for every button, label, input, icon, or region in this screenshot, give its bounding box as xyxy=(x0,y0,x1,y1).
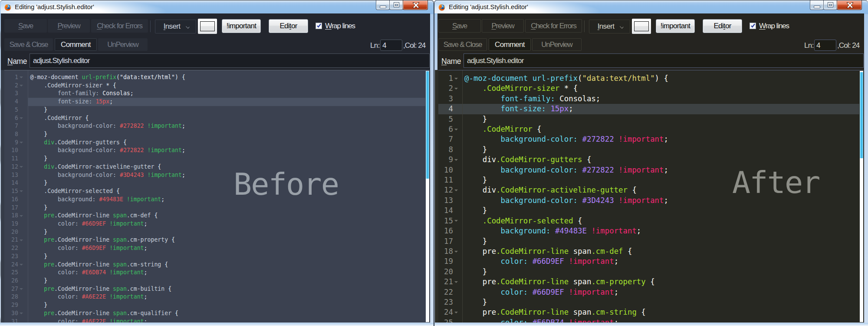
name-input[interactable]: adjust.Stylish.editor xyxy=(30,53,430,68)
editor-button[interactable]: Editor xyxy=(269,19,308,33)
fold-arrow-icon[interactable] xyxy=(20,264,23,266)
maximize-button[interactable] xyxy=(823,0,837,10)
preview-button[interactable]: Preview xyxy=(482,19,524,33)
titlebar[interactable]: Editing 'adjust.Stylish.editor' xyxy=(434,0,868,13)
fold-arrow-icon[interactable] xyxy=(454,220,458,222)
code-line[interactable]: 3 font-family: Consolas; xyxy=(4,90,430,98)
fold-arrow-icon[interactable] xyxy=(454,78,458,80)
code-line[interactable]: 31 color: #A6E22E !important; xyxy=(4,318,430,323)
important-button[interactable]: !important xyxy=(656,19,695,33)
important-button[interactable]: !important xyxy=(222,19,261,33)
save-button[interactable]: Save xyxy=(4,19,47,33)
code-line[interactable]: 22 color: #66D9EF !important; xyxy=(4,244,430,253)
code-line[interactable]: 9 div.CodeMirror-gutters { xyxy=(438,155,864,165)
code-line[interactable]: 3 font-family: Consolas; xyxy=(438,94,864,104)
fold-arrow-icon[interactable] xyxy=(20,240,23,241)
code-line[interactable]: 29 } xyxy=(4,301,430,309)
unperview-button[interactable]: UnPerview xyxy=(98,38,148,51)
code-line[interactable]: 17 } xyxy=(438,236,864,246)
comment-button[interactable]: Comment xyxy=(55,38,97,51)
code-line[interactable]: 27 pre.CodeMirror-line span.cm-builtin { xyxy=(4,285,430,293)
code-line[interactable]: 4 font-size: 15px; xyxy=(4,98,430,106)
color-swatch-button[interactable] xyxy=(632,19,651,34)
titlebar[interactable]: Editing 'adjust.Stylish.editor' xyxy=(0,0,434,13)
check-for-errors-button[interactable]: Check for Errors xyxy=(91,19,148,33)
code-line[interactable]: 18 pre.CodeMirror-line span.cm-def { xyxy=(438,246,864,256)
preview-button[interactable]: Preview xyxy=(48,19,90,33)
code-line[interactable]: 15 .CodeMirror-selected { xyxy=(438,216,864,226)
comment-button[interactable]: Comment xyxy=(489,38,531,51)
insert-dropdown[interactable]: Insert xyxy=(155,20,196,33)
code-line[interactable]: 21 pre.CodeMirror-line span.cm-property … xyxy=(438,277,864,287)
code-line[interactable]: 20 } xyxy=(4,228,430,236)
code-line[interactable]: 19 color: #66D9EF !important; xyxy=(4,220,430,228)
code-line[interactable]: 14 } xyxy=(4,179,430,187)
code-line[interactable]: 22 color: #66D9EF !important; xyxy=(438,287,864,297)
code-line[interactable]: 7 background-color: #272822 !important; xyxy=(4,122,430,130)
code-line[interactable]: 21 pre.CodeMirror-line span.cm-property … xyxy=(4,236,430,244)
fold-arrow-icon[interactable] xyxy=(20,215,23,217)
code-line[interactable]: 20 } xyxy=(438,267,864,277)
color-swatch-button[interactable] xyxy=(198,19,217,34)
line-number-input[interactable]: 4 xyxy=(380,40,402,51)
fold-arrow-icon[interactable] xyxy=(20,77,23,78)
fold-arrow-icon[interactable] xyxy=(454,312,458,313)
code-line[interactable]: 23 } xyxy=(4,253,430,261)
line-number-input[interactable]: 4 xyxy=(814,40,836,51)
wrap-lines-checkbox[interactable] xyxy=(750,23,756,29)
code-line[interactable]: 26 } xyxy=(4,277,430,285)
code-line[interactable]: 30 pre.CodeMirror-line span.cm-qualifier… xyxy=(4,309,430,318)
fold-arrow-icon[interactable] xyxy=(454,88,458,90)
code-line[interactable]: 28 color: #A6E22E !important; xyxy=(4,293,430,301)
code-line[interactable]: 17 } xyxy=(4,204,430,212)
minimize-button[interactable] xyxy=(810,0,824,10)
code-line[interactable]: 2 .CodeMirror-sizer * { xyxy=(438,83,864,93)
code-line[interactable]: 16 background: #49483E !important; xyxy=(4,196,430,204)
code-line[interactable]: 25 color: #E6DB74 !important; xyxy=(438,318,864,323)
close-button[interactable] xyxy=(403,0,428,10)
code-line[interactable]: 23 } xyxy=(438,297,864,307)
code-line[interactable]: 16 background: #49483E !important; xyxy=(438,226,864,236)
scrollbar-thumb[interactable] xyxy=(860,72,863,158)
fold-arrow-icon[interactable] xyxy=(20,288,23,290)
insert-dropdown[interactable]: Insert xyxy=(589,20,630,33)
fold-arrow-icon[interactable] xyxy=(20,190,23,192)
name-input[interactable]: adjust.Stylish.editor xyxy=(464,53,864,68)
code-line[interactable]: 2 .CodeMirror-sizer * { xyxy=(4,82,430,90)
code-line[interactable]: 13 background-color: #3D4243 !important; xyxy=(4,171,430,180)
wrap-lines-checkbox[interactable] xyxy=(316,23,322,29)
fold-arrow-icon[interactable] xyxy=(20,166,23,168)
maximize-button[interactable] xyxy=(389,0,403,10)
fold-arrow-icon[interactable] xyxy=(454,190,458,191)
code-line[interactable]: 8 } xyxy=(4,130,430,139)
code-line[interactable]: 25 color: #E6DB74 !important; xyxy=(4,269,430,277)
code-line[interactable]: 1@-moz-document url-prefix("data:text/ht… xyxy=(4,73,430,82)
fold-arrow-icon[interactable] xyxy=(20,85,23,86)
code-line[interactable]: 24 pre.CodeMirror-line span.cm-string { xyxy=(438,307,864,317)
code-line[interactable]: 8 } xyxy=(438,145,864,155)
save-and-close-button[interactable]: Save & Close xyxy=(438,38,487,51)
code-line[interactable]: 9 div.CodeMirror-gutters { xyxy=(4,139,430,147)
fold-arrow-icon[interactable] xyxy=(20,142,23,143)
check-for-errors-button[interactable]: Check for Errors xyxy=(525,19,582,33)
minimize-button[interactable] xyxy=(376,0,390,10)
code-line[interactable]: 12 div.CodeMirror-activeline-gutter { xyxy=(4,163,430,171)
fold-arrow-icon[interactable] xyxy=(454,159,458,161)
fold-arrow-icon[interactable] xyxy=(20,117,23,119)
code-line[interactable]: 5 } xyxy=(4,106,430,114)
code-editor[interactable]: 1@-moz-document url-prefix("data:text/ht… xyxy=(438,70,864,323)
scrollbar-thumb[interactable] xyxy=(426,71,429,179)
editor-scrollbar[interactable] xyxy=(426,71,429,322)
code-line[interactable]: 19 color: #66D9EF !important; xyxy=(438,256,864,266)
editor-button[interactable]: Editor xyxy=(703,19,742,33)
save-and-close-button[interactable]: Save & Close xyxy=(4,38,53,51)
code-line[interactable]: 5 } xyxy=(438,114,864,124)
code-line[interactable]: 4 font-size: 15px; xyxy=(438,104,864,114)
close-button[interactable] xyxy=(837,0,862,10)
code-line[interactable]: 18 pre.CodeMirror-line span.cm-def { xyxy=(4,212,430,220)
fold-arrow-icon[interactable] xyxy=(20,313,23,314)
code-line[interactable]: 24 pre.CodeMirror-line span.cm-string { xyxy=(4,261,430,269)
code-line[interactable]: 15 .CodeMirror-selected { xyxy=(4,187,430,196)
code-editor[interactable]: 1@-moz-document url-prefix("data:text/ht… xyxy=(4,70,430,323)
save-button[interactable]: Save xyxy=(438,19,481,33)
